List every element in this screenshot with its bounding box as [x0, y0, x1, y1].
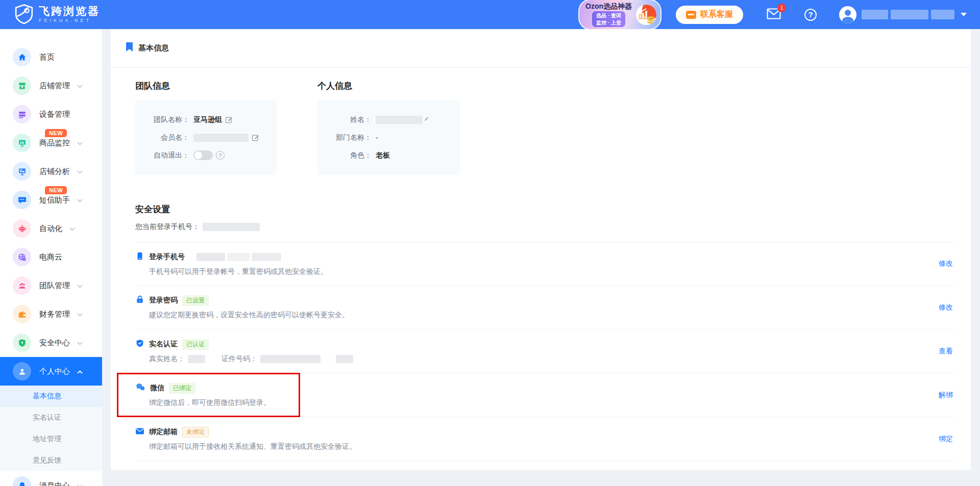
- sms-icon: [13, 191, 31, 209]
- ozon-promo-banner[interactable]: Ozon选品神器 选品 · 查词 监控 · 上货: [578, 0, 662, 30]
- security-settings-title: 安全设置: [135, 203, 953, 215]
- chevron-down-icon: [77, 338, 83, 347]
- monitor-icon: [13, 134, 31, 152]
- sidebar-nav: 首页 店铺管理 设备管理 商品监控: [0, 29, 102, 486]
- sidebar-item-product-monitoring[interactable]: 商品监控 NEW: [0, 129, 102, 157]
- personal-info-section: 个人信息 姓名：: [317, 80, 460, 175]
- chevron-down-icon: [77, 138, 83, 147]
- sidebar-item-finance-management[interactable]: 财务管理: [0, 300, 102, 328]
- sidebar-item-home[interactable]: 首页: [0, 43, 102, 71]
- brand-subtitle: FEIKUA.NET: [39, 18, 100, 23]
- role-value: 老板: [376, 151, 390, 160]
- team-icon: [13, 276, 31, 295]
- robot-icon: [13, 219, 31, 238]
- submenu-item-basic-info[interactable]: 基本信息: [0, 386, 102, 407]
- home-icon: [13, 48, 31, 66]
- user-account-menu[interactable]: [839, 6, 967, 23]
- member-name-redacted: [193, 134, 249, 142]
- basic-info-card: 基本信息 团队信息 团队名称： 亚马逊组: [111, 29, 971, 470]
- edit-name-icon[interactable]: [422, 116, 429, 123]
- cloud-icon: [13, 248, 31, 266]
- edit-team-name-icon[interactable]: [225, 116, 233, 124]
- id-number-redacted: [260, 355, 321, 363]
- unread-count-badge: 1: [777, 4, 786, 12]
- promo-chart-icon: [636, 5, 656, 25]
- sidebar-item-automation[interactable]: 自动化: [0, 214, 102, 243]
- submenu-item-realname-auth[interactable]: 实名认证: [0, 407, 102, 428]
- security-item-realname-auth: 实名认证 已认证 真实姓名： 证件号码：: [135, 329, 953, 373]
- security-item-wechat: 微信 已绑定 绑定微信后，即可使用微信扫码登录。 解绑: [135, 373, 953, 417]
- unbind-wechat-link[interactable]: 解绑: [939, 391, 953, 400]
- personal-info-title: 个人信息: [317, 80, 460, 92]
- brand-logo[interactable]: 飞跨浏览器 FEIKUA.NET: [14, 4, 100, 26]
- name-row: 姓名：: [327, 111, 451, 129]
- department-row: 部门名称： -: [327, 129, 451, 146]
- view-realname-link[interactable]: 查看: [939, 347, 953, 356]
- top-bar: 飞跨浏览器 FEIKUA.NET Ozon选品神器 选品 · 查词 监控 · 上…: [0, 0, 980, 29]
- new-badge: NEW: [45, 129, 67, 137]
- edit-member-name-icon[interactable]: [252, 134, 260, 142]
- sidebar-item-team-management[interactable]: 团队管理: [0, 271, 102, 300]
- team-info-section: 团队信息 团队名称： 亚马逊组: [135, 80, 277, 175]
- team-info-box: 团队名称： 亚马逊组 会员名：: [135, 100, 277, 175]
- app-window: 飞跨浏览器 FEIKUA.NET Ozon选品神器 选品 · 查词 监控 · 上…: [0, 0, 980, 486]
- mail-icon: [767, 12, 781, 21]
- status-badge: 未绑定: [182, 427, 209, 438]
- id-number-redacted: [336, 355, 353, 363]
- security-item-bind-email: 绑定邮箱 未绑定 绑定邮箱可以用于接收相关系统通知、重置密码或其他安全验证。 绑…: [135, 417, 953, 461]
- team-info-title: 团队信息: [135, 80, 277, 92]
- submenu-item-feedback[interactable]: 意见反馈: [0, 450, 102, 471]
- brand-title: 飞跨浏览器: [39, 6, 100, 17]
- sidebar-item-device-management[interactable]: 设备管理: [0, 100, 102, 129]
- real-name-redacted: [188, 355, 205, 363]
- chevron-down-icon: [69, 224, 75, 233]
- sidebar-item-sms-assistant[interactable]: 短信助手 NEW: [0, 186, 102, 214]
- submenu-item-address-management[interactable]: 地址管理: [0, 428, 102, 450]
- modify-password-link[interactable]: 修改: [939, 303, 953, 312]
- current-login-phone: 您当前登录手机号：: [135, 222, 953, 232]
- phone-icon: [135, 251, 144, 263]
- messages-button[interactable]: 1: [767, 8, 781, 21]
- main-content: 基本信息 团队信息 团队名称： 亚马逊组: [102, 29, 980, 486]
- bind-email-link[interactable]: 绑定: [939, 434, 953, 444]
- help-icon[interactable]: ?: [804, 9, 817, 21]
- team-name-row: 团队名称： 亚马逊组: [144, 111, 267, 129]
- status-badge: 已设置: [182, 295, 209, 306]
- auto-logout-toggle[interactable]: [193, 150, 213, 160]
- realname-details: 真实姓名： 证件号码：: [149, 354, 353, 364]
- chat-icon: [686, 11, 696, 19]
- sidebar-item-ecommerce-cloud[interactable]: 电商云: [0, 243, 102, 271]
- status-badge: 已绑定: [169, 383, 195, 394]
- contact-support-label: 联系客服: [700, 9, 733, 20]
- logo-shield-icon: [14, 4, 34, 26]
- department-value: -: [376, 134, 378, 142]
- contact-support-button[interactable]: 联系客服: [676, 6, 743, 24]
- phone-redacted: [203, 223, 260, 231]
- personal-center-submenu: 基本信息 实名认证 地址管理 意见反馈: [0, 386, 102, 471]
- promo-title: Ozon选品神器: [585, 2, 632, 11]
- wechat-icon: [135, 382, 145, 394]
- team-name-value: 亚马逊组: [193, 115, 222, 124]
- personal-info-box: 姓名： 部门名称： -: [317, 100, 460, 175]
- chevron-down-icon: [77, 281, 83, 290]
- bookmark-icon: [126, 42, 133, 54]
- modify-phone-link[interactable]: 修改: [939, 259, 953, 268]
- shield-icon: [13, 334, 31, 352]
- username-redacted: [862, 10, 954, 19]
- role-row: 角色： 老板: [327, 146, 451, 164]
- analytics-icon: [13, 162, 31, 181]
- security-settings-section: 安全设置 您当前登录手机号： 登录手机号: [135, 203, 953, 461]
- sidebar-item-personal-center[interactable]: 个人中心: [0, 357, 102, 386]
- auto-logout-row: 自动退出： ?: [144, 146, 267, 164]
- help-icon[interactable]: ?: [216, 151, 225, 160]
- sidebar-item-store-management[interactable]: 店铺管理: [0, 71, 102, 100]
- user-icon: [13, 362, 31, 380]
- shield-check-icon: [135, 339, 144, 350]
- sidebar-item-security-center[interactable]: 安全中心: [0, 328, 102, 357]
- store-icon: [13, 76, 31, 95]
- chevron-down-icon: [77, 195, 83, 204]
- security-item-login-password: 登录密码 已设置 建议您定期更换密码，设置安全性高的密码可以使帐号更安全。 修改: [135, 286, 953, 329]
- sidebar-item-message-center[interactable]: 消息中心: [0, 471, 102, 486]
- sidebar-item-store-analytics[interactable]: 店铺分析: [0, 157, 102, 186]
- login-phone-redacted: [197, 253, 281, 261]
